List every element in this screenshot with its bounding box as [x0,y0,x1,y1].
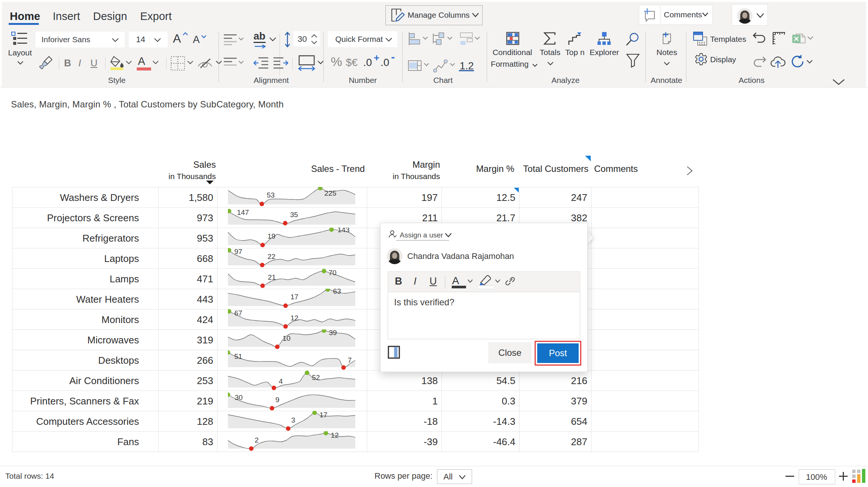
svg-text:17: 17 [290,293,298,301]
svg-text:39: 39 [329,329,337,337]
svg-text:17: 17 [319,411,327,419]
svg-text:10: 10 [283,334,290,342]
svg-text:52: 52 [312,374,320,381]
svg-text:147: 147 [237,208,249,216]
svg-text:63: 63 [333,289,341,295]
svg-text:97: 97 [234,248,242,256]
svg-text:70: 70 [329,269,336,277]
svg-text:35: 35 [290,211,298,219]
svg-text:2: 2 [255,436,259,444]
svg-text:19: 19 [267,232,275,240]
svg-text:143: 143 [338,228,350,234]
svg-text:7: 7 [348,356,352,364]
svg-text:22: 22 [267,253,275,260]
svg-text:225: 225 [324,189,336,197]
svg-text:4: 4 [279,377,283,385]
svg-text:12: 12 [331,431,339,439]
svg-text:51: 51 [234,352,242,360]
svg-text:12: 12 [290,314,298,322]
svg-text:67: 67 [234,309,242,317]
svg-text:3: 3 [291,416,295,424]
svg-text:21: 21 [268,273,276,281]
svg-text:30: 30 [235,394,243,401]
svg-text:53: 53 [267,191,275,199]
svg-text:9: 9 [275,396,280,404]
